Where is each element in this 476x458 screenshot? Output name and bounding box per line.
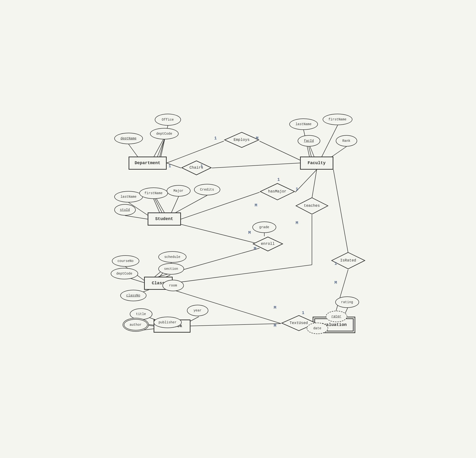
attr-facid: facId <box>298 135 320 147</box>
attr-date: date <box>307 323 328 334</box>
attr-publisher: publisher <box>153 317 182 328</box>
attr-rank: Rank <box>336 135 357 147</box>
svg-line-25 <box>312 170 317 198</box>
attr-schedule: schedule <box>158 251 187 263</box>
attr-office: Office <box>155 114 181 126</box>
svg-line-4 <box>161 139 165 157</box>
svg-line-21 <box>181 192 260 219</box>
attr-section: section <box>158 263 184 275</box>
svg-line-3 <box>153 139 164 157</box>
rel-employs: Employs <box>224 132 260 148</box>
attr-stuid: stuId <box>114 204 136 216</box>
attr-firstname-fac: firstName <box>323 114 352 125</box>
svg-line-10 <box>310 147 314 157</box>
card-m1: M <box>256 136 259 141</box>
svg-line-16 <box>155 199 162 212</box>
attr-courseno: courseNo <box>112 255 139 267</box>
attr-grade: grade <box>252 222 276 233</box>
svg-line-5 <box>167 141 224 163</box>
svg-line-27 <box>173 265 312 283</box>
svg-line-9 <box>309 147 311 157</box>
svg-line-20 <box>175 195 207 213</box>
card-10: M <box>274 305 276 310</box>
card-13: 1 <box>335 261 337 266</box>
rel-teaches: teaches <box>295 197 329 215</box>
card-5: M <box>255 203 257 208</box>
card-11: M <box>274 323 276 328</box>
entity-student: Student <box>148 212 181 225</box>
attr-deptname: deptName <box>114 133 143 144</box>
svg-line-17 <box>156 198 164 212</box>
attr-lastname-stu: lastName <box>114 191 143 202</box>
svg-line-2 <box>157 139 164 157</box>
svg-line-8 <box>322 125 338 157</box>
svg-line-18 <box>125 216 148 219</box>
attr-author: author <box>124 319 148 331</box>
rel-hasmajor: hasMajor <box>260 183 295 200</box>
rel-enroll: enroll <box>252 236 283 252</box>
rel-chairs: Chairs <box>181 160 212 175</box>
rel-israted: IsRated <box>331 252 366 270</box>
svg-line-11 <box>331 147 347 157</box>
svg-line-15 <box>153 199 160 212</box>
card-12: 1 <box>302 310 305 315</box>
attr-room: room <box>162 280 184 291</box>
attr-title: title <box>130 308 153 320</box>
card-6: 1 <box>296 187 298 192</box>
attr-firstname-stu: firstName <box>139 187 168 199</box>
svg-line-36 <box>173 290 281 324</box>
svg-line-13 <box>212 163 300 168</box>
entity-department: Department <box>128 157 167 170</box>
card-8: M <box>248 230 251 235</box>
er-diagram: Department Faculty Student Class Textboo… <box>107 110 369 348</box>
attr-rater: rater <box>326 311 347 322</box>
attr-classno: classNo <box>120 290 146 301</box>
entity-faculty: Faculty <box>300 157 333 170</box>
svg-line-12 <box>260 141 300 160</box>
attr-deptcode-dept: deptCode <box>150 128 178 139</box>
card-1: 1 <box>214 136 217 141</box>
svg-line-43 <box>190 324 281 326</box>
attr-year: year <box>187 305 208 316</box>
svg-line-22 <box>295 170 317 192</box>
attr-credits: Credits <box>194 184 220 195</box>
card-14: M <box>335 280 337 285</box>
card-4: 1 <box>277 177 280 182</box>
attr-rating: rating <box>335 296 359 308</box>
svg-line-1 <box>128 144 138 157</box>
card-7: M <box>296 221 298 225</box>
svg-line-48 <box>333 170 348 253</box>
svg-line-19 <box>171 197 178 212</box>
attr-lastname-fac: lastName <box>289 118 318 130</box>
attr-major: Major <box>167 185 190 197</box>
card-2: 1 <box>169 164 171 168</box>
svg-line-23 <box>181 224 260 244</box>
attr-deptcode-cls: deptCode <box>111 268 138 279</box>
card-9: M <box>254 246 256 251</box>
